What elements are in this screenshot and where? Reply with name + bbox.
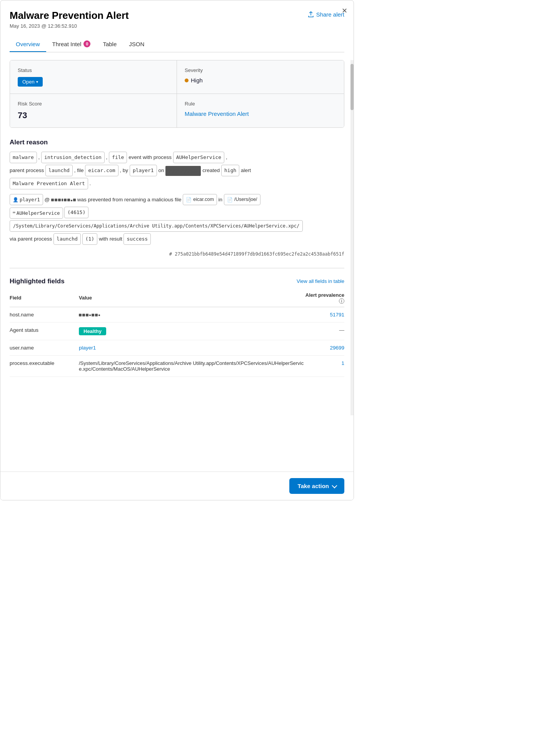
alert-reason-line1: malware , intrusion_detection , file eve…: [10, 152, 344, 163]
highlighted-fields-table: Field Value Alert prevalence i host.name: [10, 289, 344, 377]
tag-eicar1: eicar.com: [85, 165, 118, 176]
close-button[interactable]: ✕: [342, 7, 347, 15]
view-all-fields-link[interactable]: View all fields in table: [297, 278, 344, 284]
rule-label: Rule: [185, 101, 336, 107]
tab-json[interactable]: JSON: [123, 37, 150, 52]
chevron-down-icon: ▾: [36, 80, 38, 84]
prevalence-agent-status: —: [304, 323, 345, 340]
severity-value: High: [185, 77, 336, 84]
col-value: Value: [79, 289, 304, 307]
field-host-name: host.name: [10, 307, 79, 323]
main-content: Status Open ▾ Severity High Risk Score 7…: [0, 60, 354, 415]
take-action-bar: Take action: [0, 472, 354, 500]
timestamp: May 16, 2023 @ 12:36:52.910: [10, 23, 129, 29]
take-action-button[interactable]: Take action: [289, 478, 344, 494]
value-host-name: [79, 307, 304, 323]
terminal-icon: ⌨: [13, 209, 15, 217]
tag-high: high: [221, 165, 239, 176]
tag-launchd2: launchd: [53, 233, 81, 245]
status-open-button[interactable]: Open ▾: [18, 77, 43, 87]
alert-reason-content: malware , intrusion_detection , file eve…: [10, 152, 344, 259]
prevalence-user-name[interactable]: 29699: [304, 340, 345, 356]
tag-malware: malware: [10, 152, 37, 163]
take-action-label: Take action: [298, 483, 329, 489]
tag-pid: (4615): [64, 207, 88, 218]
tag-path1: 📄 /Users/joe/: [224, 194, 260, 205]
highlighted-fields-title: Highlighted fields: [10, 278, 65, 285]
share-icon: [308, 12, 314, 18]
status-label: Status: [18, 67, 169, 73]
risk-score-label: Risk Score: [18, 101, 169, 107]
value-process-executable: /System/Library/CoreServices/Application…: [79, 356, 304, 377]
rule-link[interactable]: Malware Prevention Alert: [185, 110, 249, 117]
tag-user-icon: 👤 player1: [10, 194, 43, 205]
value-user-name: player1: [79, 340, 304, 356]
alert-reason-line2: parent process launchd , file eicar.com …: [10, 165, 344, 176]
title-block: Malware Prevention Alert May 16, 2023 @ …: [10, 10, 129, 29]
scroll-thumb[interactable]: [350, 64, 354, 110]
tab-overview[interactable]: Overview: [10, 37, 46, 52]
folder-icon: 📄: [227, 195, 233, 204]
tag-full-path: /System/Library/CoreServices/Application…: [10, 220, 303, 232]
table-row: host.name 51791: [10, 307, 344, 323]
tag-file: file: [109, 152, 127, 163]
severity-label: Severity: [185, 67, 336, 73]
alert-reason-title: Alert reason: [10, 139, 344, 146]
tag-auhelper2: ⌨ AUHelperService: [10, 207, 63, 219]
tag-launchd1: launchd: [45, 165, 73, 176]
redacted-hostname-2: [51, 199, 76, 201]
col-field: Field: [10, 289, 79, 307]
page-title: Malware Prevention Alert: [10, 10, 129, 22]
rule-cell: Rule Malware Prevention Alert: [177, 94, 344, 127]
info-icon: i: [339, 298, 344, 304]
divider: [10, 268, 344, 268]
status-cell: Status Open ▾: [10, 60, 177, 94]
alert-reason-line4: 👤 player1 @ was prevented from renaming …: [10, 194, 344, 205]
tag-pid2: (1): [82, 233, 97, 245]
info-grid: Status Open ▾ Severity High Risk Score 7…: [10, 60, 344, 128]
tag-success: success: [123, 233, 151, 245]
scrollbar[interactable]: [350, 60, 354, 415]
hash-line: # 275a021bbfb6489e54d471899f7db9d1663fc6…: [10, 248, 344, 259]
field-process-executable: process.executable: [10, 356, 79, 377]
header: Malware Prevention Alert May 16, 2023 @ …: [0, 0, 354, 52]
prevalence-host-name[interactable]: 51791: [304, 307, 345, 323]
table-row: Agent status Healthy —: [10, 323, 344, 340]
field-user-name: user.name: [10, 340, 79, 356]
risk-score-value: 73: [18, 110, 169, 120]
value-agent-status: Healthy: [79, 323, 304, 340]
col-prevalence: Alert prevalence i: [304, 289, 345, 307]
chevron-down-icon: [332, 483, 337, 488]
tag-player1-1: player1: [130, 165, 157, 176]
prevalence-process-executable[interactable]: 1: [304, 356, 345, 377]
alert-reason-line7: via parent process launchd (1) with resu…: [10, 233, 344, 245]
alert-reason-line6: /System/Library/CoreServices/Application…: [10, 220, 344, 232]
tab-threat-intel[interactable]: Threat Intel 0: [46, 37, 97, 52]
redacted-hostname-1: ▓▓▓ ▓▓▓▓▓: [165, 166, 201, 176]
risk-score-cell: Risk Score 73: [10, 94, 177, 127]
tag-intrusion: intrusion_detection: [41, 152, 105, 163]
file-icon: 📄: [186, 195, 192, 204]
alert-reason-line3: Malware Prevention Alert .: [10, 178, 344, 189]
highlighted-fields-header: Highlighted fields View all fields in ta…: [10, 278, 344, 285]
table-row: user.name player1 29699: [10, 340, 344, 356]
table-row: process.executable /System/Library/CoreS…: [10, 356, 344, 377]
tag-alert-name: Malware Prevention Alert: [10, 178, 88, 189]
status-badge: Healthy: [79, 327, 106, 335]
tag-eicar2: 📄 eicar.com: [183, 194, 217, 205]
tabs: Overview Threat Intel 0 Table JSON: [10, 37, 344, 52]
severity-cell: Severity High: [177, 60, 344, 94]
field-agent-status: Agent status: [10, 323, 79, 340]
threat-intel-badge: 0: [83, 40, 90, 47]
tag-auhelper1: AUHelperService: [173, 152, 224, 163]
severity-dot-icon: [185, 79, 189, 82]
user-name-link[interactable]: player1: [79, 345, 96, 351]
share-alert-button[interactable]: Share alert: [308, 11, 344, 18]
tab-table[interactable]: Table: [97, 37, 123, 52]
alert-reason-line5: ⌨ AUHelperService (4615): [10, 207, 344, 219]
